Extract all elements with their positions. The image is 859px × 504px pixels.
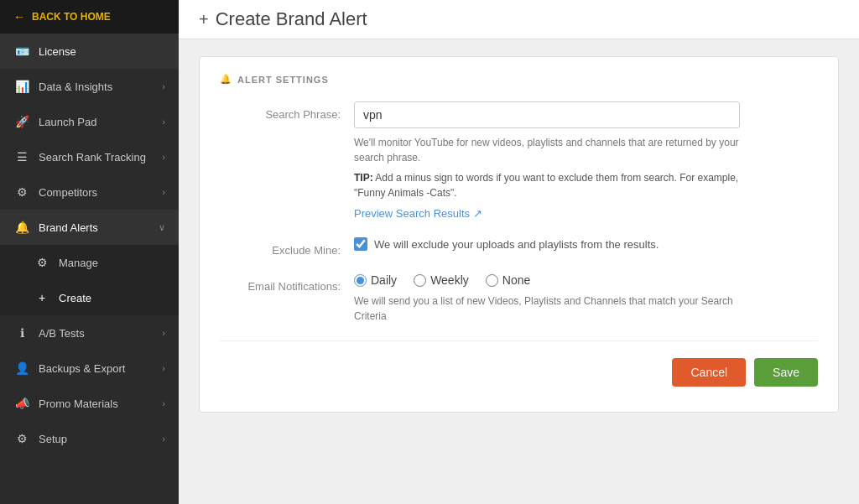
sidebar-item-label: Manage — [59, 257, 165, 269]
section-title-text: ALERT SETTINGS — [237, 75, 329, 85]
sidebar-item-ab-tests[interactable]: ℹ A/B Tests › — [0, 315, 179, 351]
setup-icon: ⚙ — [13, 430, 30, 447]
brand-alerts-submenu: ⚙ Manage + Create — [0, 245, 179, 315]
back-to-home-label: BACK TO HOME — [32, 11, 111, 23]
cancel-button[interactable]: Cancel — [672, 358, 746, 387]
exclude-mine-checkbox[interactable] — [354, 237, 367, 251]
sidebar-item-label: Data & Insights — [39, 81, 162, 93]
sidebar-item-label: Setup — [39, 433, 162, 445]
page-title: + Create Brand Alert — [199, 8, 367, 30]
search-phrase-helper: We'll monitor YouTube for new videos, pl… — [354, 135, 740, 165]
sidebar-item-promo[interactable]: 📣 Promo Materials › — [0, 386, 179, 421]
search-phrase-label: Search Phrase: — [220, 101, 354, 121]
section-title: 🔔 ALERT SETTINGS — [220, 74, 818, 85]
radio-none-label: None — [502, 273, 530, 287]
sidebar-item-setup[interactable]: ⚙ Setup › — [0, 421, 179, 456]
chevron-right-icon: › — [162, 81, 165, 91]
back-to-home-button[interactable]: ← BACK TO HOME — [0, 0, 179, 34]
exclude-mine-checkbox-row: We will exclude your uploads and playlis… — [354, 237, 818, 251]
manage-icon: ⚙ — [34, 254, 50, 271]
chevron-right-icon: › — [162, 328, 165, 338]
page-header: + Create Brand Alert — [179, 0, 859, 39]
exclude-mine-text: We will exclude your uploads and playlis… — [374, 238, 659, 251]
sidebar-item-label: Search Rank Tracking — [39, 151, 162, 164]
competitors-icon: ⚙ — [13, 184, 30, 200]
sidebar-item-label: Competitors — [39, 186, 162, 199]
bell-icon: 🔔 — [220, 74, 232, 85]
sidebar-item-label: A/B Tests — [39, 327, 162, 340]
chevron-right-icon: › — [162, 152, 165, 162]
exclude-mine-row: Exclude Mine: We will exclude your uploa… — [220, 237, 818, 257]
sidebar-item-label: Promo Materials — [39, 397, 162, 410]
form-footer: Cancel Save — [220, 358, 818, 387]
radio-weekly-label: Weekly — [430, 273, 469, 287]
email-notifications-row: Email Notifications: Daily Weekly — [220, 273, 818, 324]
sidebar-item-competitors[interactable]: ⚙ Competitors › — [0, 174, 179, 210]
form-divider — [220, 340, 818, 341]
preview-link-text: Preview Search Results — [354, 207, 470, 220]
data-insights-icon: 📊 — [13, 78, 30, 95]
sidebar-item-label: Brand Alerts — [39, 221, 159, 234]
sidebar-item-data-insights[interactable]: 📊 Data & Insights › — [0, 69, 179, 104]
tip-text: TIP: Add a minus sign to words if you wa… — [354, 170, 740, 200]
radio-group: Daily Weekly None — [354, 273, 818, 287]
sidebar-item-label: Create — [59, 292, 165, 304]
main-content: + Create Brand Alert 🔔 ALERT SETTINGS Se… — [179, 0, 859, 504]
brand-alerts-icon: 🔔 — [13, 219, 30, 236]
email-notifications-helper: We will send you a list of new Videos, P… — [354, 294, 740, 324]
save-button[interactable]: Save — [754, 358, 818, 387]
sidebar-item-manage[interactable]: ⚙ Manage — [0, 245, 179, 280]
sidebar-item-label: License — [39, 45, 165, 58]
external-link-icon: ↗ — [473, 207, 482, 220]
chevron-right-icon: › — [162, 187, 165, 197]
preview-search-results-link[interactable]: Preview Search Results ↗ — [354, 207, 482, 220]
sidebar-item-brand-alerts[interactable]: 🔔 Brand Alerts ∨ — [0, 210, 179, 245]
plus-icon: + — [199, 10, 209, 29]
sidebar-item-launch-pad[interactable]: 🚀 Launch Pad › — [0, 104, 179, 139]
promo-icon: 📣 — [13, 395, 30, 412]
search-phrase-input[interactable] — [354, 101, 740, 128]
email-notifications-label: Email Notifications: — [220, 273, 354, 293]
back-arrow-icon: ← — [13, 10, 25, 23]
tip-body: Add a minus sign to words if you want to… — [354, 172, 738, 199]
radio-daily-label: Daily — [371, 273, 397, 287]
sidebar-item-backups[interactable]: 👤 Backups & Export › — [0, 351, 179, 386]
exclude-mine-control: We will exclude your uploads and playlis… — [354, 237, 818, 251]
radio-option-none[interactable]: None — [486, 273, 530, 287]
chevron-right-icon: › — [162, 117, 165, 127]
radio-option-daily[interactable]: Daily — [354, 273, 397, 287]
exclude-mine-label: Exclude Mine: — [220, 237, 354, 257]
radio-weekly[interactable] — [414, 274, 426, 287]
page-title-text: Create Brand Alert — [216, 8, 367, 30]
launch-pad-icon: 🚀 — [13, 113, 30, 130]
chevron-right-icon: › — [162, 434, 165, 444]
sidebar-item-license[interactable]: 🪪 License — [0, 34, 179, 69]
search-rank-icon: ☰ — [13, 148, 30, 165]
chevron-right-icon: › — [162, 398, 165, 408]
radio-option-weekly[interactable]: Weekly — [414, 273, 469, 287]
sidebar-item-search-rank[interactable]: ☰ Search Rank Tracking › — [0, 139, 179, 174]
backups-icon: 👤 — [13, 360, 30, 377]
radio-daily[interactable] — [354, 274, 367, 287]
license-icon: 🪪 — [13, 43, 30, 60]
search-phrase-row: Search Phrase: We'll monitor YouTube for… — [220, 101, 818, 221]
email-notifications-control: Daily Weekly None We will send you a lis… — [354, 273, 818, 324]
sidebar-item-create[interactable]: + Create — [0, 280, 179, 315]
sidebar: ← BACK TO HOME 🪪 License 📊 Data & Insigh… — [0, 0, 179, 504]
chevron-right-icon: › — [162, 363, 165, 373]
main-body: 🔔 ALERT SETTINGS Search Phrase: We'll mo… — [179, 39, 859, 504]
ab-tests-icon: ℹ — [13, 325, 30, 341]
sidebar-item-label: Backups & Export — [39, 362, 162, 375]
tip-prefix: TIP: — [354, 172, 373, 184]
search-phrase-control: We'll monitor YouTube for new videos, pl… — [354, 101, 818, 221]
sidebar-item-label: Launch Pad — [39, 116, 162, 128]
chevron-down-icon: ∨ — [159, 222, 165, 233]
create-icon: + — [34, 289, 50, 306]
radio-none[interactable] — [486, 274, 498, 287]
form-card: 🔔 ALERT SETTINGS Search Phrase: We'll mo… — [199, 56, 839, 413]
